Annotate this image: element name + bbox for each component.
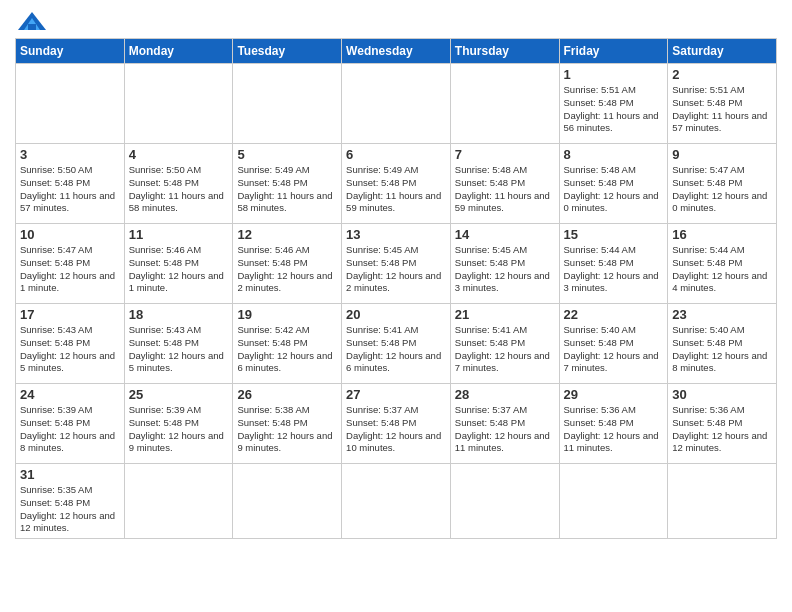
- calendar-cell: 30Sunrise: 5:36 AM Sunset: 5:48 PM Dayli…: [668, 384, 777, 464]
- day-info: Sunrise: 5:46 AM Sunset: 5:48 PM Dayligh…: [129, 244, 229, 295]
- calendar-cell: 17Sunrise: 5:43 AM Sunset: 5:48 PM Dayli…: [16, 304, 125, 384]
- day-number: 20: [346, 307, 446, 322]
- calendar-cell: 19Sunrise: 5:42 AM Sunset: 5:48 PM Dayli…: [233, 304, 342, 384]
- weekday-header: Saturday: [668, 39, 777, 64]
- calendar-cell: 27Sunrise: 5:37 AM Sunset: 5:48 PM Dayli…: [342, 384, 451, 464]
- day-number: 17: [20, 307, 120, 322]
- day-number: 21: [455, 307, 555, 322]
- calendar-cell: 6Sunrise: 5:49 AM Sunset: 5:48 PM Daylig…: [342, 144, 451, 224]
- day-info: Sunrise: 5:38 AM Sunset: 5:48 PM Dayligh…: [237, 404, 337, 455]
- calendar-cell: 24Sunrise: 5:39 AM Sunset: 5:48 PM Dayli…: [16, 384, 125, 464]
- day-number: 18: [129, 307, 229, 322]
- calendar-cell: 31Sunrise: 5:35 AM Sunset: 5:48 PM Dayli…: [16, 464, 125, 539]
- day-info: Sunrise: 5:41 AM Sunset: 5:48 PM Dayligh…: [346, 324, 446, 375]
- calendar-cell: [342, 464, 451, 539]
- calendar-week-row: 17Sunrise: 5:43 AM Sunset: 5:48 PM Dayli…: [16, 304, 777, 384]
- day-info: Sunrise: 5:40 AM Sunset: 5:48 PM Dayligh…: [564, 324, 664, 375]
- day-number: 23: [672, 307, 772, 322]
- day-number: 15: [564, 227, 664, 242]
- calendar-cell: 16Sunrise: 5:44 AM Sunset: 5:48 PM Dayli…: [668, 224, 777, 304]
- day-number: 1: [564, 67, 664, 82]
- calendar-cell: [342, 64, 451, 144]
- day-info: Sunrise: 5:45 AM Sunset: 5:48 PM Dayligh…: [455, 244, 555, 295]
- weekday-header: Friday: [559, 39, 668, 64]
- calendar-cell: 1Sunrise: 5:51 AM Sunset: 5:48 PM Daylig…: [559, 64, 668, 144]
- day-info: Sunrise: 5:48 AM Sunset: 5:48 PM Dayligh…: [564, 164, 664, 215]
- day-info: Sunrise: 5:39 AM Sunset: 5:48 PM Dayligh…: [20, 404, 120, 455]
- calendar-cell: 3Sunrise: 5:50 AM Sunset: 5:48 PM Daylig…: [16, 144, 125, 224]
- day-info: Sunrise: 5:50 AM Sunset: 5:48 PM Dayligh…: [20, 164, 120, 215]
- day-number: 12: [237, 227, 337, 242]
- day-number: 11: [129, 227, 229, 242]
- day-info: Sunrise: 5:47 AM Sunset: 5:48 PM Dayligh…: [672, 164, 772, 215]
- day-number: 28: [455, 387, 555, 402]
- day-info: Sunrise: 5:39 AM Sunset: 5:48 PM Dayligh…: [129, 404, 229, 455]
- calendar-week-row: 10Sunrise: 5:47 AM Sunset: 5:48 PM Dayli…: [16, 224, 777, 304]
- calendar-cell: 21Sunrise: 5:41 AM Sunset: 5:48 PM Dayli…: [450, 304, 559, 384]
- calendar-cell: 29Sunrise: 5:36 AM Sunset: 5:48 PM Dayli…: [559, 384, 668, 464]
- day-number: 25: [129, 387, 229, 402]
- calendar-cell: 11Sunrise: 5:46 AM Sunset: 5:48 PM Dayli…: [124, 224, 233, 304]
- calendar-cell: 13Sunrise: 5:45 AM Sunset: 5:48 PM Dayli…: [342, 224, 451, 304]
- calendar-cell: 12Sunrise: 5:46 AM Sunset: 5:48 PM Dayli…: [233, 224, 342, 304]
- day-info: Sunrise: 5:49 AM Sunset: 5:48 PM Dayligh…: [346, 164, 446, 215]
- calendar-cell: 2Sunrise: 5:51 AM Sunset: 5:48 PM Daylig…: [668, 64, 777, 144]
- day-info: Sunrise: 5:50 AM Sunset: 5:48 PM Dayligh…: [129, 164, 229, 215]
- calendar-week-row: 31Sunrise: 5:35 AM Sunset: 5:48 PM Dayli…: [16, 464, 777, 539]
- day-info: Sunrise: 5:51 AM Sunset: 5:48 PM Dayligh…: [564, 84, 664, 135]
- calendar-cell: [124, 64, 233, 144]
- calendar-cell: [450, 64, 559, 144]
- day-number: 31: [20, 467, 120, 482]
- day-info: Sunrise: 5:44 AM Sunset: 5:48 PM Dayligh…: [564, 244, 664, 295]
- day-info: Sunrise: 5:36 AM Sunset: 5:48 PM Dayligh…: [672, 404, 772, 455]
- day-info: Sunrise: 5:45 AM Sunset: 5:48 PM Dayligh…: [346, 244, 446, 295]
- weekday-header: Wednesday: [342, 39, 451, 64]
- day-number: 9: [672, 147, 772, 162]
- day-number: 24: [20, 387, 120, 402]
- day-info: Sunrise: 5:37 AM Sunset: 5:48 PM Dayligh…: [455, 404, 555, 455]
- calendar-cell: 10Sunrise: 5:47 AM Sunset: 5:48 PM Dayli…: [16, 224, 125, 304]
- weekday-header: Tuesday: [233, 39, 342, 64]
- calendar-cell: 22Sunrise: 5:40 AM Sunset: 5:48 PM Dayli…: [559, 304, 668, 384]
- day-info: Sunrise: 5:37 AM Sunset: 5:48 PM Dayligh…: [346, 404, 446, 455]
- day-info: Sunrise: 5:49 AM Sunset: 5:48 PM Dayligh…: [237, 164, 337, 215]
- calendar-cell: [233, 464, 342, 539]
- day-number: 16: [672, 227, 772, 242]
- day-info: Sunrise: 5:47 AM Sunset: 5:48 PM Dayligh…: [20, 244, 120, 295]
- day-info: Sunrise: 5:36 AM Sunset: 5:48 PM Dayligh…: [564, 404, 664, 455]
- calendar-cell: [16, 64, 125, 144]
- day-number: 3: [20, 147, 120, 162]
- calendar-cell: [124, 464, 233, 539]
- svg-rect-2: [28, 24, 36, 30]
- logo-icon: [18, 10, 46, 32]
- calendar-cell: 5Sunrise: 5:49 AM Sunset: 5:48 PM Daylig…: [233, 144, 342, 224]
- day-info: Sunrise: 5:41 AM Sunset: 5:48 PM Dayligh…: [455, 324, 555, 375]
- day-number: 29: [564, 387, 664, 402]
- calendar-cell: 28Sunrise: 5:37 AM Sunset: 5:48 PM Dayli…: [450, 384, 559, 464]
- weekday-header: Sunday: [16, 39, 125, 64]
- calendar-cell: 9Sunrise: 5:47 AM Sunset: 5:48 PM Daylig…: [668, 144, 777, 224]
- day-info: Sunrise: 5:42 AM Sunset: 5:48 PM Dayligh…: [237, 324, 337, 375]
- logo-area: [15, 10, 46, 32]
- day-number: 8: [564, 147, 664, 162]
- calendar-cell: 20Sunrise: 5:41 AM Sunset: 5:48 PM Dayli…: [342, 304, 451, 384]
- calendar-week-row: 1Sunrise: 5:51 AM Sunset: 5:48 PM Daylig…: [16, 64, 777, 144]
- calendar-cell: 15Sunrise: 5:44 AM Sunset: 5:48 PM Dayli…: [559, 224, 668, 304]
- calendar-cell: 14Sunrise: 5:45 AM Sunset: 5:48 PM Dayli…: [450, 224, 559, 304]
- calendar-cell: [450, 464, 559, 539]
- day-number: 14: [455, 227, 555, 242]
- header-area: [15, 10, 777, 32]
- day-number: 6: [346, 147, 446, 162]
- calendar-week-row: 24Sunrise: 5:39 AM Sunset: 5:48 PM Dayli…: [16, 384, 777, 464]
- day-info: Sunrise: 5:43 AM Sunset: 5:48 PM Dayligh…: [129, 324, 229, 375]
- weekday-header: Monday: [124, 39, 233, 64]
- day-info: Sunrise: 5:48 AM Sunset: 5:48 PM Dayligh…: [455, 164, 555, 215]
- day-number: 30: [672, 387, 772, 402]
- calendar-cell: 18Sunrise: 5:43 AM Sunset: 5:48 PM Dayli…: [124, 304, 233, 384]
- calendar-cell: 4Sunrise: 5:50 AM Sunset: 5:48 PM Daylig…: [124, 144, 233, 224]
- day-number: 27: [346, 387, 446, 402]
- day-number: 13: [346, 227, 446, 242]
- calendar-cell: 8Sunrise: 5:48 AM Sunset: 5:48 PM Daylig…: [559, 144, 668, 224]
- day-info: Sunrise: 5:43 AM Sunset: 5:48 PM Dayligh…: [20, 324, 120, 375]
- day-info: Sunrise: 5:44 AM Sunset: 5:48 PM Dayligh…: [672, 244, 772, 295]
